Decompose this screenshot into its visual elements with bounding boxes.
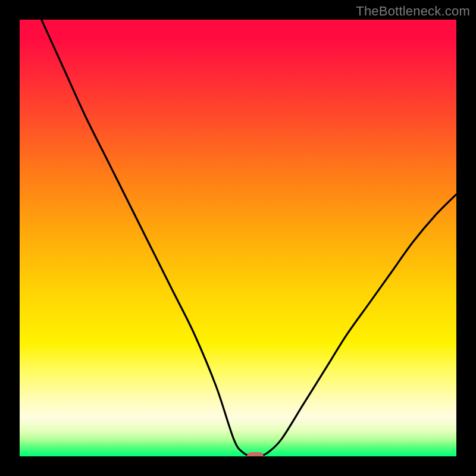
plot-area [20,20,456,456]
bottleneck-curve [20,20,456,456]
optimal-marker [247,452,264,456]
watermark-text: TheBottleneck.com [356,4,470,19]
chart-frame: TheBottleneck.com [0,0,476,476]
